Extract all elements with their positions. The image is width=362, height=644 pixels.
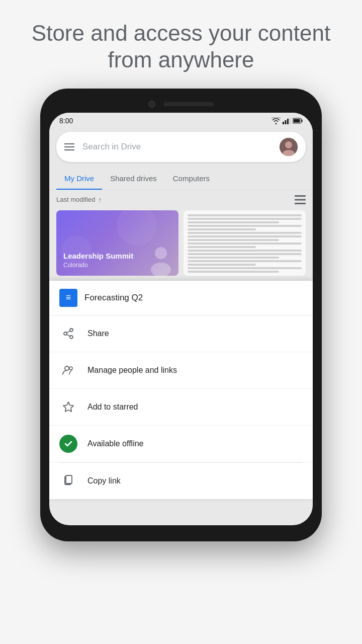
svg-rect-5 [302,119,303,122]
signal-icon [283,117,291,124]
svg-line-19 [67,334,70,336]
svg-point-17 [70,336,73,339]
tabs-container: My Drive Shared drives Computers [49,167,313,190]
offline-check-icon [59,435,77,453]
tab-shared-drives[interactable]: Shared drives [102,167,165,190]
manage-people-icon [59,361,77,379]
star-icon [59,398,77,416]
speaker [163,102,214,106]
share-label: Share [87,329,109,338]
file-card-doc[interactable] [184,210,306,276]
svg-point-15 [70,329,73,332]
svg-rect-6 [294,119,300,122]
tab-my-drive[interactable]: My Drive [56,167,102,190]
svg-rect-1 [285,120,287,124]
svg-point-13 [155,247,167,259]
bottom-sheet-filename: Forecasting Q2 [84,293,143,303]
manage-people-label: Manage people and links [87,366,177,375]
doc-preview [184,210,306,276]
svg-rect-11 [295,199,306,200]
content-area: Last modified ↑ Leadership Summit [49,190,313,281]
phone-frame: 8:00 [40,89,322,541]
svg-rect-25 [66,475,72,484]
search-placeholder: Search in Drive [82,142,280,152]
menu-button[interactable] [64,143,74,150]
bottom-sheet-header: ≡ Forecasting Q2 [49,281,313,315]
sort-arrow-icon: ↑ [98,196,102,204]
avatar[interactable] [280,138,298,156]
svg-marker-23 [63,402,73,412]
svg-rect-12 [295,203,306,204]
file-card-leadership[interactable]: Leadership Summit Colorado [56,210,178,276]
list-view-icon[interactable] [295,195,306,204]
svg-rect-3 [290,117,291,124]
share-button[interactable]: Share [49,315,313,352]
wifi-icon [272,117,281,124]
status-bar: 8:00 [49,113,313,127]
add-starred-label: Add to starred [87,403,138,412]
svg-point-22 [69,367,72,370]
camera [148,101,155,108]
sort-label[interactable]: Last modified ↑ [56,196,102,204]
hero-text: Store and access your content from anywh… [0,0,362,89]
status-icons [272,117,303,124]
manage-people-button[interactable]: Manage people and links [49,352,313,389]
svg-point-16 [64,332,67,335]
svg-point-14 [151,263,171,276]
doc-type-icon: ≡ [59,289,77,307]
tab-computers[interactable]: Computers [165,167,218,190]
copy-link-button[interactable]: Copy link [49,463,313,499]
copy-link-icon [59,472,77,490]
search-bar-container: Search in Drive [49,127,313,167]
add-starred-button[interactable]: Add to starred [49,389,313,426]
sort-row: Last modified ↑ [56,195,306,204]
svg-line-18 [67,331,70,333]
phone-notch [49,98,313,113]
svg-rect-10 [295,195,306,197]
share-icon [59,325,77,343]
status-time: 8:00 [59,117,73,125]
svg-point-8 [285,141,292,148]
copy-link-label: Copy link [87,476,121,486]
phone-screen: 8:00 [49,113,313,525]
battery-icon [293,118,303,124]
available-offline-button[interactable]: Available offline [49,426,313,462]
file-grid: Leadership Summit Colorado [56,210,306,276]
bottom-sheet: ≡ Forecasting Q2 Share [49,281,313,499]
svg-rect-0 [283,122,284,124]
svg-point-21 [65,366,69,370]
available-offline-label: Available offline [87,439,144,448]
search-bar[interactable]: Search in Drive [56,132,306,162]
svg-rect-2 [287,119,289,124]
